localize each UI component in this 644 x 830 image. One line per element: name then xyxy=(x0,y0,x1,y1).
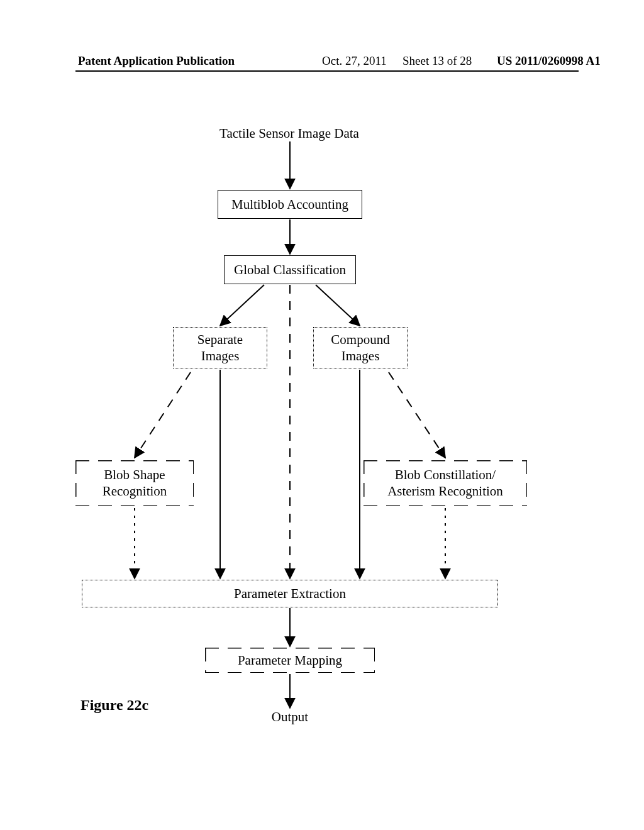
svg-line-6 xyxy=(135,372,191,458)
global-classification-box: Global Classification xyxy=(224,255,356,284)
header-date: Oct. 27, 2011 xyxy=(322,54,387,68)
separate-images-text: Separate Images xyxy=(197,331,243,365)
svg-line-2 xyxy=(220,285,264,326)
parameter-mapping-text: Parameter Mapping xyxy=(238,652,342,668)
blob-constillation-box: Blob Constillation/ Asterism Recognition xyxy=(364,460,527,506)
header-sheet: Sheet 13 of 28 xyxy=(402,54,472,68)
parameter-extraction-text: Parameter Extraction xyxy=(234,585,346,602)
header-publication-type: Patent Application Publication xyxy=(78,54,235,68)
separate-images-box: Separate Images xyxy=(173,327,267,368)
compound-images-box: Compound Images xyxy=(313,327,408,368)
svg-line-3 xyxy=(316,285,360,326)
multiblob-accounting-box: Multiblob Accounting xyxy=(218,190,362,219)
output-label: Output xyxy=(263,709,317,725)
parameter-extraction-box: Parameter Extraction xyxy=(82,580,498,607)
blob-constillation-text: Blob Constillation/ Asterism Recognition xyxy=(387,467,503,500)
header-rule xyxy=(75,70,579,72)
compound-images-text: Compound Images xyxy=(331,331,389,365)
global-classification-text: Global Classification xyxy=(234,262,346,278)
svg-line-8 xyxy=(389,372,445,458)
blob-shape-recognition-text: Blob Shape Recognition xyxy=(103,467,167,500)
multiblob-accounting-text: Multiblob Accounting xyxy=(231,196,348,213)
figure-label: Figure 22c xyxy=(80,697,148,714)
header-pubno: US 2011/0260998 A1 xyxy=(497,54,601,68)
parameter-mapping-box: Parameter Mapping xyxy=(205,648,375,673)
blob-shape-recognition-box: Blob Shape Recognition xyxy=(75,460,194,506)
input-label: Tactile Sensor Image Data xyxy=(214,126,365,141)
